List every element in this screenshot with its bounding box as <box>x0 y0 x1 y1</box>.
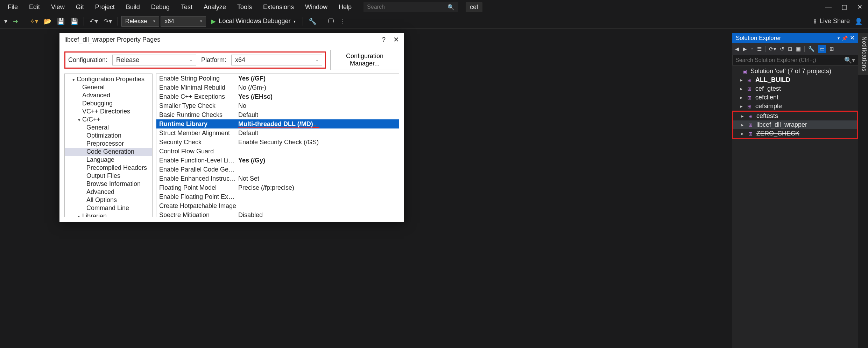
menu-window[interactable]: Window <box>299 1 333 13</box>
tree-item[interactable]: General <box>65 83 152 91</box>
property-row[interactable]: Floating Point ModelPrecise (/fp:precise… <box>156 183 399 192</box>
overflow-icon[interactable]: ⋮ <box>338 16 348 27</box>
project-node[interactable]: ▸⊞cef_gtest <box>732 84 858 93</box>
project-node[interactable]: ▸⊞libcef_dll_wrapper <box>733 120 857 129</box>
refresh-icon[interactable]: ↺ <box>780 46 784 52</box>
project-node[interactable]: ▸⊞cefclient <box>732 93 858 102</box>
configuration-manager-button[interactable]: Configuration Manager... <box>330 50 399 70</box>
switch-view-icon[interactable]: ☰ <box>757 46 762 52</box>
property-value[interactable]: Disabled <box>237 211 399 217</box>
property-tree[interactable]: ▾Configuration PropertiesGeneralAdvanced… <box>64 74 153 217</box>
save-all-icon[interactable]: 💾 <box>68 16 80 27</box>
solution-tree[interactable]: ▣Solution 'cef' (7 of 7 projects)▸⊞ALL_B… <box>732 65 858 348</box>
global-search-input[interactable] <box>367 4 447 10</box>
tree-item[interactable]: VC++ Directories <box>65 107 152 116</box>
expand-icon[interactable]: ▸ <box>739 95 743 100</box>
tree-item[interactable]: ▸Librarian <box>65 212 152 217</box>
menu-build[interactable]: Build <box>120 1 146 13</box>
dropdown-icon[interactable]: ▾ <box>838 36 840 41</box>
property-row[interactable]: Security CheckEnable Security Check (/GS… <box>156 138 399 147</box>
tree-item[interactable]: Code Generation <box>65 148 152 156</box>
property-row[interactable]: Smaller Type CheckNo <box>156 101 399 110</box>
expand-icon[interactable]: ▸ <box>739 77 743 83</box>
configuration-combo[interactable]: Release ▾ <box>121 16 159 27</box>
property-value[interactable]: Yes (/Gy) <box>237 157 399 164</box>
property-value[interactable]: Default <box>237 130 399 137</box>
tree-item[interactable]: Browse Information <box>65 180 152 188</box>
tree-item[interactable]: Command Line <box>65 204 152 212</box>
dialog-close-button[interactable]: ✕ <box>393 35 399 44</box>
account-icon[interactable]: 👤 <box>855 18 862 25</box>
menu-help[interactable]: Help <box>333 1 357 13</box>
property-value[interactable]: Yes (/EHsc) <box>237 93 399 100</box>
expand-icon[interactable]: ▸ <box>739 104 743 109</box>
pin-icon[interactable]: 📌 <box>842 35 848 41</box>
tree-item[interactable]: Advanced <box>65 188 152 196</box>
tree-item[interactable]: Advanced <box>65 91 152 99</box>
new-item-icon[interactable]: ✧▾ <box>28 16 40 27</box>
property-row[interactable]: Enable Minimal RebuildNo (/Gm-) <box>156 83 399 92</box>
live-share-button[interactable]: ⇪ Live Share <box>812 18 850 25</box>
property-row[interactable]: Enable C++ ExceptionsYes (/EHsc) <box>156 92 399 101</box>
property-value[interactable]: Enable Security Check (/GS) <box>237 139 399 146</box>
project-node[interactable]: ▸⊞cefsimple <box>732 102 858 111</box>
forward-icon[interactable]: ▶ <box>743 46 747 52</box>
tree-item[interactable]: Debugging <box>65 99 152 107</box>
property-row[interactable]: Enable Floating Point Exception <box>156 192 399 201</box>
property-row[interactable]: Basic Runtime ChecksDefault <box>156 110 399 119</box>
save-icon[interactable]: 💾 <box>55 16 67 27</box>
preview-icon[interactable]: ▭ <box>818 45 826 53</box>
menu-view[interactable]: View <box>45 1 70 13</box>
tree-item[interactable]: Preprocessor <box>65 140 152 148</box>
project-node[interactable]: ▸⊞ceftests <box>733 112 857 120</box>
undo-icon[interactable]: ↶▾ <box>87 16 100 27</box>
global-search[interactable]: 🔍 <box>364 2 458 12</box>
maximize-button[interactable]: ▢ <box>841 3 847 11</box>
property-value[interactable]: No (/Gm-) <box>237 84 399 91</box>
menu-debug[interactable]: Debug <box>146 1 175 13</box>
back-icon[interactable]: ◀ <box>735 46 739 52</box>
expand-icon[interactable]: ▸ <box>740 122 744 127</box>
expand-icon[interactable]: ▸ <box>740 131 744 136</box>
expand-icon[interactable]: ▸ <box>740 113 744 119</box>
solution-name-badge[interactable]: cef <box>466 2 482 12</box>
property-row[interactable]: Struct Member AlignmentDefault <box>156 128 399 138</box>
help-button[interactable]: ? <box>382 36 386 43</box>
properties-icon[interactable]: 🔧 <box>808 46 815 52</box>
sync-icon[interactable]: ⟳▾ <box>769 46 776 52</box>
property-value[interactable]: Default <box>237 111 399 119</box>
menu-extensions[interactable]: Extensions <box>257 1 299 13</box>
property-row[interactable]: Runtime LibraryMulti-threaded DLL (/MD)⌄ <box>156 119 399 128</box>
tree-item[interactable]: All Options <box>65 196 152 204</box>
notifications-tab[interactable]: Notifications <box>858 33 868 75</box>
tree-item[interactable]: Output Files <box>65 172 152 180</box>
tree-item[interactable]: General <box>65 124 152 132</box>
solution-explorer-titlebar[interactable]: Solution Explorer ▾ 📌 ✕ <box>732 33 858 43</box>
view-icon[interactable]: ⊞ <box>830 46 834 52</box>
menu-project[interactable]: Project <box>90 1 120 13</box>
property-row[interactable]: Control Flow Guard <box>156 147 399 156</box>
menu-analyze[interactable]: Analyze <box>198 1 232 13</box>
project-node[interactable]: ▸⊞ALL_BUILD <box>732 76 858 84</box>
menu-git[interactable]: Git <box>70 1 90 13</box>
redo-icon[interactable]: ↷▾ <box>101 16 114 27</box>
property-row[interactable]: Create Hotpatchable Image <box>156 201 399 210</box>
platform-combo[interactable]: x64 ▾ <box>161 16 206 27</box>
property-row[interactable]: Enable String PoolingYes (/GF) <box>156 74 399 83</box>
tree-item[interactable]: Optimization <box>65 132 152 140</box>
home-icon[interactable]: ⌂ <box>750 46 754 52</box>
solution-explorer-search-input[interactable] <box>735 57 844 63</box>
tree-item[interactable]: ▾C/C++ <box>65 116 152 124</box>
back-dropdown-icon[interactable]: ▾ <box>2 16 9 27</box>
property-value[interactable]: Not Set <box>237 175 399 182</box>
minimize-button[interactable]: — <box>825 3 832 11</box>
property-grid[interactable]: Enable String PoolingYes (/GF)Enable Min… <box>156 74 399 217</box>
property-row[interactable]: Enable Enhanced Instruction SetNot Set <box>156 174 399 183</box>
property-value[interactable]: Yes (/GF) <box>237 75 399 82</box>
show-all-files-icon[interactable]: ▣ <box>796 46 801 52</box>
property-row[interactable]: Spectre MitigationDisabled <box>156 210 399 217</box>
dialog-platform-combo[interactable]: x64 ⌄ <box>231 55 322 65</box>
tree-item[interactable]: ▾Configuration Properties <box>65 75 152 83</box>
solution-explorer-search[interactable]: 🔍▾ <box>732 55 858 65</box>
tree-item[interactable]: Language <box>65 156 152 164</box>
